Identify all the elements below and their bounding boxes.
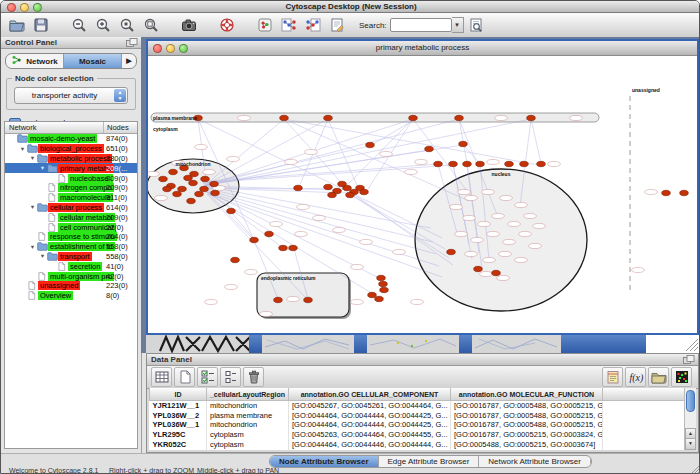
attribute-table-button[interactable]: [151, 367, 172, 387]
table-cell[interactable]: YDR039C__1: [150, 449, 207, 450]
tree-row-primary-metabo[interactable]: ▼primary metabo209(...: [5, 163, 137, 173]
tree-row-biological-process[interactable]: ▼biological_process651(0): [5, 144, 137, 154]
network-node[interactable]: [195, 191, 204, 196]
resize-grip[interactable]: [688, 464, 700, 474]
network-node[interactable]: [425, 146, 434, 151]
network-node[interactable]: [476, 161, 485, 166]
tree-column-nodes[interactable]: Nodes: [107, 123, 129, 132]
table-row[interactable]: YDR039C__1mitochondrion[GO:0044464, GO:0…: [150, 449, 685, 450]
layout-button-2[interactable]: [302, 15, 324, 35]
network-node[interactable]: [227, 208, 236, 213]
background-windows-strip[interactable]: [146, 335, 699, 353]
table-cell[interactable]: YPL036W__1: [150, 420, 207, 430]
table-cell[interactable]: YLR295C: [150, 430, 207, 440]
float-panel-icon[interactable]: [683, 355, 695, 364]
expand-arrow-icon[interactable]: ▼: [18, 146, 27, 152]
table-column-header[interactable]: annotation.GO CELLULAR_COMPONENT: [289, 388, 451, 401]
network-node[interactable]: [304, 297, 313, 302]
expand-arrow-icon[interactable]: ▼: [28, 155, 37, 161]
table-cell[interactable]: [GO:0044464, GO:0044444, GO:0044425, G..…: [289, 411, 451, 421]
table-cell[interactable]: [GO:0045267, GO:0045261, GO:0044464, G..…: [289, 401, 451, 411]
network-node[interactable]: [184, 175, 193, 180]
table-cell[interactable]: mitochondrion: [207, 420, 289, 430]
zoom-selected-button[interactable]: [116, 15, 138, 35]
table-row[interactable]: YJR121W__1mitochondrion[GO:0045267, GO:0…: [150, 401, 685, 411]
table-cell[interactable]: [GO:0016787, GO:0005488, GO:0005215, G..…: [451, 449, 603, 450]
tree-row-unassigned[interactable]: unassigned223(0): [5, 281, 137, 291]
tab-node-attribute-browser[interactable]: Node Attribute Browser: [270, 456, 379, 467]
table-row[interactable]: YKR052Ccytoplasm[GO:0044464, GO:0044446,…: [150, 439, 685, 449]
network-node[interactable]: [159, 176, 168, 181]
network-node[interactable]: [380, 287, 389, 292]
table-cell[interactable]: plasma membrane: [207, 411, 289, 421]
network-tree-header[interactable]: Network Nodes: [5, 122, 137, 134]
network-node[interactable]: [377, 275, 386, 280]
network-node[interactable]: [178, 186, 187, 191]
network-node[interactable]: [328, 192, 337, 197]
network-node[interactable]: [360, 189, 369, 194]
table-column-header[interactable]: _cellularLayoutRegion: [207, 388, 289, 401]
expand-arrow-icon[interactable]: ▼: [28, 204, 37, 210]
network-node[interactable]: [368, 292, 377, 297]
table-cell[interactable]: [GO:0016787, GO:0005215, GO:0003824, G..…: [451, 430, 603, 440]
network-node[interactable]: [324, 115, 333, 120]
network-node[interactable]: [449, 161, 458, 166]
window-titlebar[interactable]: Cytoscape Desktop (New Session): [1, 1, 700, 13]
tab-edge-attribute-browser[interactable]: Edge Attribute Browser: [379, 456, 480, 467]
network-node[interactable]: [189, 180, 198, 185]
network-node[interactable]: [280, 115, 289, 120]
table-cell[interactable]: [GO:0044464, GO:0044444, GO:0044425, G..…: [289, 449, 451, 450]
table-scrollbar[interactable]: ▲ ▼: [684, 388, 696, 450]
network-node[interactable]: [447, 249, 456, 254]
network-node[interactable]: [187, 198, 196, 203]
network-window-titlebar[interactable]: primary metabolic process: [148, 41, 697, 56]
snapshot-button[interactable]: [178, 15, 200, 35]
network-node[interactable]: [200, 186, 209, 191]
table-cell[interactable]: [GO:0016787, GO:0005488, GO:0005215, G..…: [451, 420, 603, 430]
tree-row-establishment-of-lo[interactable]: ▼establishment of lo558(0): [5, 242, 137, 252]
new-attribute-button[interactable]: [174, 367, 195, 387]
tree-row-nucleobase-[interactable]: nucleobase-209(0): [5, 173, 137, 183]
table-row[interactable]: YLR295Ccytoplasm[GO:0045263, GO:0044464,…: [150, 430, 685, 440]
select-attributes-button[interactable]: [197, 367, 218, 387]
table-cell[interactable]: mitochondrion: [207, 449, 289, 450]
tree-row-mosaic-demo-yeast[interactable]: mosaic-demo-yeast874(0): [5, 134, 137, 144]
zoom-fit-button[interactable]: [140, 15, 162, 35]
network-canvas[interactable]: plasma membranecytoplasmmitochondrionnuc…: [148, 56, 697, 332]
layout-button-1[interactable]: [278, 15, 300, 35]
tree-column-network[interactable]: Network: [9, 123, 37, 132]
save-session-button[interactable]: [30, 15, 52, 35]
tree-row-response-to-stimulu[interactable]: response to stimulu264(0): [5, 232, 137, 242]
expand-arrow-icon[interactable]: ▼: [38, 253, 47, 259]
network-node[interactable]: [680, 190, 689, 195]
network-node[interactable]: [169, 169, 178, 174]
table-cell[interactable]: [GO:0016787, GO:0005488, GO:0005215, G..…: [451, 401, 603, 411]
network-node[interactable]: [231, 257, 240, 262]
network-node[interactable]: [294, 185, 303, 190]
tab-mosaic[interactable]: Mosaic: [64, 54, 122, 68]
network-node[interactable]: [459, 141, 468, 146]
table-cell[interactable]: [GO:0044464, GO:0044444, GO:0044425, G..…: [289, 420, 451, 430]
function-builder-button[interactable]: f(x): [625, 367, 646, 387]
network-node[interactable]: [210, 181, 219, 186]
tree-row-transport[interactable]: ▼transport558(0): [5, 252, 137, 262]
network-node[interactable]: [211, 190, 220, 195]
network-node[interactable]: [527, 115, 536, 120]
tree-row-cellular-process[interactable]: ▼cellular process614(0): [5, 203, 137, 213]
network-node[interactable]: [274, 297, 283, 302]
table-cell[interactable]: [GO:0044464, GO:0044446, GO:0044444, G..…: [289, 439, 451, 449]
attribute-editor-button[interactable]: [602, 367, 623, 387]
network-node[interactable]: [375, 296, 384, 301]
table-cell[interactable]: mitochondrion: [207, 401, 289, 411]
tree-row-overview[interactable]: Overview8(0): [5, 291, 137, 301]
scroll-down-button[interactable]: ▼: [685, 438, 696, 450]
matrix-button[interactable]: [671, 367, 692, 387]
network-view-window[interactable]: primary metabolic process plasma membran…: [146, 39, 699, 335]
zoom-out-button[interactable]: [68, 15, 90, 35]
delete-attribute-button[interactable]: [243, 367, 264, 387]
search-input[interactable]: [390, 18, 452, 32]
table-column-header[interactable]: annotation.GO MOLECULAR_FUNCTION: [451, 388, 603, 401]
table-row[interactable]: YPL036W__1mitochondrion[GO:0044464, GO:0…: [150, 420, 685, 430]
network-node[interactable]: [265, 231, 274, 236]
network-node[interactable]: [434, 161, 443, 166]
